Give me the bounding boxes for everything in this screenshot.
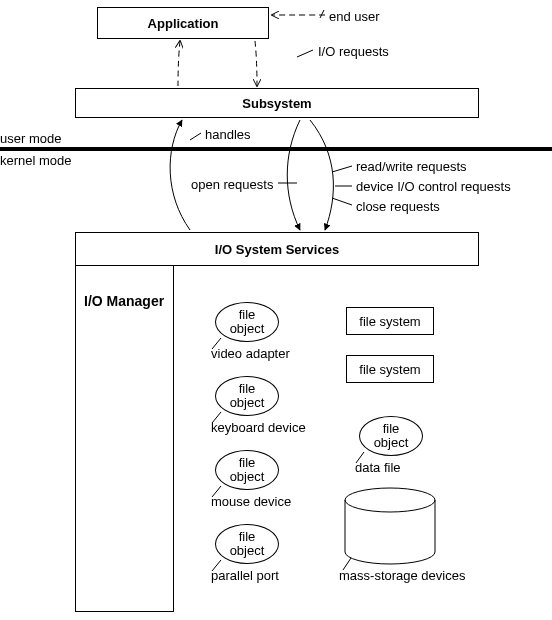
- file-object-video: file object: [215, 302, 279, 342]
- subsystem-box: Subsystem: [75, 88, 479, 118]
- application-label: Application: [148, 16, 219, 31]
- data-file-label: data file: [355, 460, 401, 475]
- parallel-label: parallel port: [211, 568, 279, 583]
- file-object-mouse: file object: [215, 450, 279, 490]
- file-system-label-1: file system: [359, 314, 420, 329]
- file-object-keyboard-text: file object: [230, 382, 265, 411]
- close-label: close requests: [356, 199, 440, 214]
- read-write-label: read/write requests: [356, 159, 467, 174]
- file-system-box-2: file system: [346, 355, 434, 383]
- diagram-canvas: Application Subsystem I/O System Service…: [0, 0, 552, 620]
- mass-storage-label: mass-storage devices: [339, 568, 465, 583]
- file-object-mouse-text: file object: [230, 456, 265, 485]
- svg-point-0: [345, 488, 435, 512]
- device-io-label: device I/O control requests: [356, 179, 511, 194]
- application-box: Application: [97, 7, 269, 39]
- kernel-mode-label: kernel mode: [0, 153, 72, 168]
- file-object-datafile-text: file object: [374, 422, 409, 451]
- mouse-label: mouse device: [211, 494, 291, 509]
- open-requests-label: open requests: [191, 177, 273, 192]
- user-mode-label: user mode: [0, 131, 61, 146]
- file-system-label-2: file system: [359, 362, 420, 377]
- video-adapter-label: video adapter: [211, 346, 290, 361]
- keyboard-label: keyboard device: [211, 420, 306, 435]
- io-services-box: I/O System Services: [75, 232, 479, 266]
- io-services-label: I/O System Services: [215, 242, 339, 257]
- file-object-keyboard: file object: [215, 376, 279, 416]
- mode-divider: [0, 147, 552, 151]
- file-object-datafile: file object: [359, 416, 423, 456]
- subsystem-label: Subsystem: [242, 96, 311, 111]
- file-object-video-text: file object: [230, 308, 265, 337]
- end-user-label: end user: [329, 9, 380, 24]
- file-object-parallel-text: file object: [230, 530, 265, 559]
- handles-label: handles: [205, 127, 251, 142]
- file-object-parallel: file object: [215, 524, 279, 564]
- io-requests-label: I/O requests: [318, 44, 389, 59]
- file-system-box-1: file system: [346, 307, 434, 335]
- io-manager-label: I/O Manager: [84, 293, 164, 309]
- io-manager-box: [75, 266, 174, 612]
